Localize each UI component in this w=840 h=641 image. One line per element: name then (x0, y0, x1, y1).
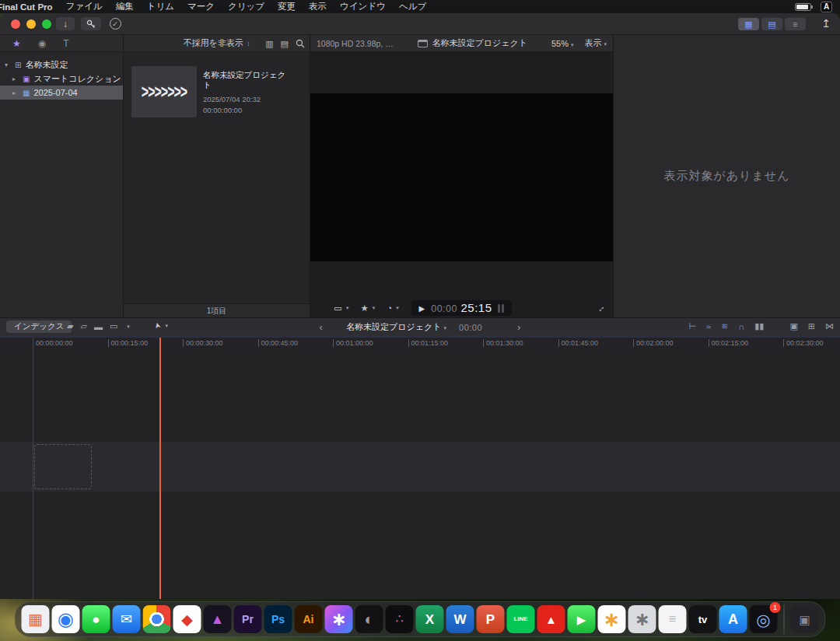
background-tasks-button[interactable]: ✓ (107, 17, 123, 30)
dock-icon-mail[interactable]: ✉ (113, 605, 141, 633)
view-options-dropdown[interactable]: 表示▾ (584, 37, 607, 49)
clip-thumbnail[interactable]: >>>>>>> (131, 66, 197, 117)
enhance-icon[interactable]: ★ (360, 303, 368, 313)
sidebar-tabs: ★◉T (0, 35, 123, 52)
dock-icon-adobe-illustrator[interactable]: Ai (295, 605, 323, 633)
menu-item[interactable]: ファイル (66, 1, 103, 12)
disclosure-triangle-icon[interactable]: ▾ (5, 61, 11, 68)
menu-item[interactable]: マーク (187, 1, 215, 12)
chevron-down-icon: ▾ (127, 324, 130, 330)
sidebar-item-smart-collection[interactable]: ▸ ▣ スマートコレクション (0, 72, 123, 86)
ruler-label: 00:01:45:00 (558, 339, 599, 347)
dock-icon-app-dark-square[interactable]: ▣ (791, 605, 819, 633)
crop-icon[interactable]: ▭ (334, 303, 342, 313)
disclosure-triangle-icon[interactable]: ▸ (12, 75, 19, 82)
dock-icon-photos[interactable]: ∗ (598, 605, 626, 633)
clip-filter-dropdown[interactable]: 不採用を非表示 (184, 37, 243, 49)
libraries-tab[interactable]: ★ (12, 38, 21, 49)
fullscreen-icon[interactable]: ↔ (593, 301, 607, 315)
video-canvas[interactable] (310, 93, 614, 261)
import-media-button[interactable]: ↓ (56, 17, 75, 30)
dock-icon-app-red-shape[interactable]: ◆ (173, 605, 201, 633)
disclosure-triangle-icon[interactable]: ▸ (12, 89, 19, 96)
titles-generators-tab[interactable]: T (63, 38, 68, 49)
dock-icon-app-white-square[interactable]: ≡ (659, 605, 687, 633)
search-icon[interactable] (296, 39, 305, 48)
minimize-button[interactable] (26, 19, 36, 29)
menu-item[interactable]: ヘルプ (399, 1, 426, 12)
insert-clip-icon[interactable]: ▱ (80, 321, 86, 331)
zoom-level-dropdown[interactable]: 55%▾ (551, 39, 574, 48)
dock-icon-safari[interactable]: ◉ (52, 605, 80, 633)
dock-icon-microsoft-excel[interactable]: X (416, 605, 444, 633)
menu-item[interactable]: 編集 (116, 1, 134, 12)
clip-placeholder-outline[interactable] (34, 444, 92, 489)
timeline-tracks[interactable] (0, 349, 840, 599)
dock-icon-facetime[interactable]: ▶ (568, 605, 596, 633)
play-button[interactable]: ▶ (419, 304, 425, 313)
timeline-edit-tools: ▰▱▬▭▾ (67, 321, 130, 331)
sidebar-item-event[interactable]: ▸ ▦ 2025-07-04 (0, 86, 123, 100)
browser-view-button[interactable]: ▦ (738, 18, 759, 30)
menu-item[interactable]: トリム (147, 1, 174, 12)
dock-icon-adobe-photoshop[interactable]: Ps (264, 605, 292, 633)
dock-icon-app-settings-gear[interactable]: ∗ (628, 605, 656, 633)
skimming-icon[interactable]: ≈ (706, 322, 711, 331)
previous-project-button[interactable]: ‹ (320, 321, 323, 333)
timeline-view-button[interactable]: ▤ (761, 18, 782, 30)
dock-icon-app-color-dots[interactable]: ∴ (386, 605, 414, 633)
battery-icon[interactable] (795, 3, 811, 11)
dock-icon-adobe-acrobat[interactable]: ▲ (537, 605, 565, 633)
keyword-editor-button[interactable] (81, 17, 101, 30)
overwrite-clip-icon[interactable]: ▭ (110, 321, 117, 331)
zoom-button[interactable] (42, 19, 51, 29)
timeline-index-icon[interactable]: ▣ (789, 321, 797, 331)
effects-browser-icon[interactable]: ⊞ (808, 321, 815, 331)
timeline-project-name[interactable]: 名称未設定プロジェクト▾ (346, 321, 446, 333)
menu-item[interactable]: ウインドウ (340, 1, 386, 12)
dock-icon-adobe-premiere[interactable]: Pr (234, 605, 262, 633)
menu-item[interactable]: クリップ (228, 1, 264, 12)
solo-icon[interactable]: ∩ (738, 322, 744, 331)
menu-app-name[interactable]: Final Cut Pro (0, 2, 53, 12)
audio-meters-icon[interactable] (498, 304, 504, 313)
menu-item[interactable]: 表示 (309, 1, 327, 12)
input-source-indicator[interactable]: A (821, 2, 832, 12)
index-button[interactable]: インデックス (6, 320, 72, 333)
dock-icon-app-purple-triangle[interactable]: ▲ (204, 605, 232, 633)
share-icon[interactable]: ↥ (821, 17, 831, 30)
tool-select-dropdown[interactable]: ➤ ▾ (154, 321, 168, 330)
format-info[interactable]: 1080p HD 23.98p, … (317, 39, 394, 48)
dock-icon-line[interactable]: LINE (507, 605, 535, 633)
dock-icon-chrome[interactable] (143, 605, 171, 633)
filmstrip-view-icon[interactable]: ▤ (281, 39, 289, 49)
append-clip-icon[interactable]: ▬ (94, 322, 103, 331)
photos-audio-tab[interactable]: ◉ (38, 38, 46, 49)
dock-icon-app-dark-sphere[interactable]: ◐ (355, 605, 383, 633)
menu-item[interactable]: 変更 (278, 1, 296, 12)
trim-icon[interactable]: ⊢ (689, 321, 697, 331)
timeline-ruler[interactable]: 00:00:00:0000:00:15:0000:00:30:0000:00:4… (0, 338, 840, 349)
inspector-toggle-button[interactable]: ≡ (785, 18, 806, 30)
audio-skimming-icon[interactable]: ≋ (721, 321, 728, 331)
next-project-button[interactable]: › (517, 321, 520, 333)
close-button[interactable] (11, 19, 20, 29)
primary-storyline[interactable] (0, 442, 840, 492)
retime-icon[interactable]: ◔ (387, 303, 392, 313)
dock-icon-launchpad[interactable]: ▦ (22, 605, 50, 633)
list-view-icon[interactable]: ▥ (265, 39, 273, 49)
sidebar-item-library[interactable]: ▾ ⊞ 名称未設定 (0, 58, 123, 72)
dock-icon-microsoft-word[interactable]: W (446, 605, 474, 633)
dock-icon-app-store[interactable]: A (719, 605, 747, 633)
clip-title[interactable]: 名称未設定プロジェクト (203, 70, 287, 90)
connect-clip-icon[interactable]: ▰ (67, 321, 73, 331)
dock-icon-final-cut-pro[interactable]: ∗ (325, 605, 353, 633)
dock-icon-apple-tv[interactable]: tv (689, 605, 717, 633)
meters-icon[interactable]: ▮▮ (754, 321, 764, 331)
transitions-browser-icon[interactable]: ⋈ (825, 321, 834, 331)
dock-icon-app-camera-lens[interactable]: ◎1 (750, 605, 778, 633)
dock-icon-messages[interactable]: ● (82, 605, 110, 633)
playhead[interactable] (159, 338, 161, 599)
timeline-toolbar: インデックス ▰▱▬▭▾ ➤ ▾ ‹ 名称未設定プロジェクト▾ 00:00 › … (0, 317, 840, 335)
dock-icon-microsoft-powerpoint[interactable]: P (477, 605, 505, 633)
